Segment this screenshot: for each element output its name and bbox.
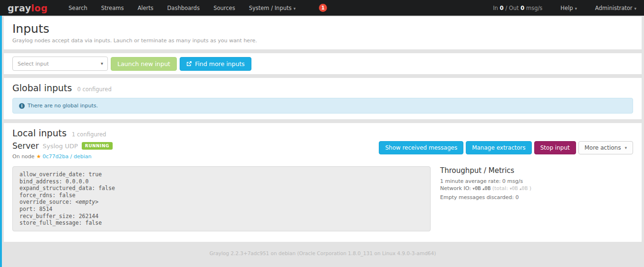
local-inputs-panel: Local inputs 1 configured Server Syslog … (4, 123, 642, 242)
nav-item-alerts[interactable]: Alerts (137, 5, 153, 11)
manage-extractors-button[interactable]: Manage extractors (466, 141, 532, 154)
config-line: allow_override_date: true (19, 171, 423, 178)
page-header-panel: Inputs Graylog nodes accept data via inp… (4, 17, 642, 49)
global-inputs-count: 0 configured (77, 86, 111, 93)
throughput-metrics: Throughput / Metrics 1 minute average ra… (440, 166, 633, 231)
help-label: Help (560, 5, 573, 11)
in-label: In (493, 5, 500, 11)
nav-item-system-inputs[interactable]: System / Inputs▾ (249, 5, 296, 11)
total-close: ) (528, 185, 531, 191)
caret-down-icon: ▾ (101, 61, 103, 66)
nav-item-dashboards[interactable]: Dashboards (167, 5, 200, 11)
metric-empty-messages: Empty messages discarded: 0 (440, 194, 633, 201)
info-icon: i (19, 103, 25, 109)
rate-unit: msg/s (524, 5, 542, 11)
page-description: Graylog nodes accept data via inputs. La… (12, 38, 633, 44)
total-up-value: 0B (522, 185, 528, 191)
total-open: (total: (492, 185, 510, 191)
local-inputs-title: Local inputs (12, 128, 67, 138)
caret-down-icon: ▾ (625, 145, 627, 150)
brand-log: log (31, 3, 48, 13)
network-down-value: 0B (475, 185, 481, 191)
help-menu[interactable]: Help▾ (560, 5, 577, 11)
caret-down-icon: ▾ (294, 6, 296, 11)
select-placeholder: Select input (18, 61, 49, 67)
brand-gray: gray (8, 3, 31, 13)
no-global-inputs-alert: i There are no global inputs. (12, 98, 633, 114)
input-launcher-panel: Select input ▾ Launch new input Find mor… (4, 53, 642, 74)
metric-network-io: Network IO: ▾0B ▴0B (total: ▾0B ▴0B ) (440, 185, 633, 192)
notification-badge[interactable]: 1 (319, 4, 327, 12)
nav-item-search[interactable]: Search (68, 5, 87, 11)
config-line: port: 8514 (19, 206, 423, 213)
nav-item-sources[interactable]: Sources (213, 5, 235, 11)
config-line: force_rdns: false (19, 192, 423, 199)
status-badge: RUNNING (82, 142, 113, 150)
config-line: store_full_message: false (19, 219, 423, 227)
page-title: Inputs (12, 22, 633, 36)
input-configuration: allow_override_date: true bind_address: … (12, 166, 431, 231)
navbar-right: In 0 / Out 0 msg/s Help▾ Administrator▾ (493, 5, 636, 11)
more-actions-button[interactable]: More actions▾ (578, 141, 633, 154)
page-content: Inputs Graylog nodes accept data via inp… (4, 17, 642, 256)
input-actions: Show received messages Manage extractors… (379, 141, 633, 154)
local-inputs-count: 1 configured (72, 131, 106, 138)
metrics-title: Throughput / Metrics (440, 166, 633, 175)
graylog-logo[interactable]: graylog (8, 3, 48, 13)
show-received-messages-button[interactable]: Show received messages (379, 141, 463, 154)
total-down-value: 0B (512, 185, 518, 191)
version-footer: Graylog 2.2.3+7adc951 on debian (Oracle … (4, 250, 642, 256)
node-label: On node (12, 153, 35, 160)
global-inputs-panel: Global inputs 0 configured i There are n… (4, 78, 642, 119)
input-type-select[interactable]: Select input ▾ (12, 57, 108, 71)
left-accent-stripe (0, 16, 2, 267)
out-label: / Out (504, 5, 521, 11)
stop-input-button[interactable]: Stop input (534, 141, 576, 154)
caret-down-icon: ▾ (575, 6, 577, 11)
input-entry-header: Server Syslog UDP RUNNING On node★0c77d2… (12, 141, 633, 160)
launch-new-input-button[interactable]: Launch new input (111, 57, 177, 71)
node-link[interactable]: 0c77d2ba / debian (42, 153, 91, 160)
find-more-inputs-label: Find more inputs (195, 60, 245, 67)
external-link-icon (186, 61, 192, 67)
main-nav: Search Streams Alerts Dashboards Sources… (68, 4, 327, 12)
config-line: bind_address: 0.0.0.0 (19, 178, 423, 185)
input-detail-row: allow_override_date: true bind_address: … (12, 166, 633, 231)
system-inputs-label: System / Inputs (249, 5, 292, 11)
metric-avg-rate: 1 minute average rate: 0 msg/s (440, 178, 633, 185)
network-up-value: 0B (485, 185, 491, 191)
config-line: expand_structured_data: false (19, 185, 423, 192)
network-io-label: Network IO: (440, 185, 472, 191)
global-throughput: In 0 / Out 0 msg/s (493, 5, 542, 11)
input-identity: Server Syslog UDP RUNNING On node★0c77d2… (12, 141, 113, 160)
top-navbar: graylog Search Streams Alerts Dashboards… (0, 0, 644, 16)
user-menu[interactable]: Administrator▾ (595, 5, 636, 11)
network-io-total: (total: ▾0B ▴0B ) (492, 185, 531, 191)
more-actions-label: More actions (585, 144, 621, 151)
config-line: recv_buffer_size: 262144 (19, 213, 423, 220)
nav-item-streams[interactable]: Streams (101, 5, 124, 11)
star-icon: ★ (37, 153, 41, 160)
find-more-inputs-button[interactable]: Find more inputs (180, 57, 251, 71)
user-label: Administrator (595, 5, 632, 11)
caret-down-icon: ▾ (634, 6, 636, 11)
in-value: 0 (500, 5, 504, 11)
input-type: Syslog UDP (43, 143, 78, 150)
alert-text: There are no global inputs. (28, 103, 98, 109)
node-line: On node★0c77d2ba / debian (12, 153, 113, 160)
input-name: Server (12, 141, 39, 151)
global-inputs-title: Global inputs (12, 83, 72, 93)
config-line: override_source: <empty> (19, 199, 423, 206)
